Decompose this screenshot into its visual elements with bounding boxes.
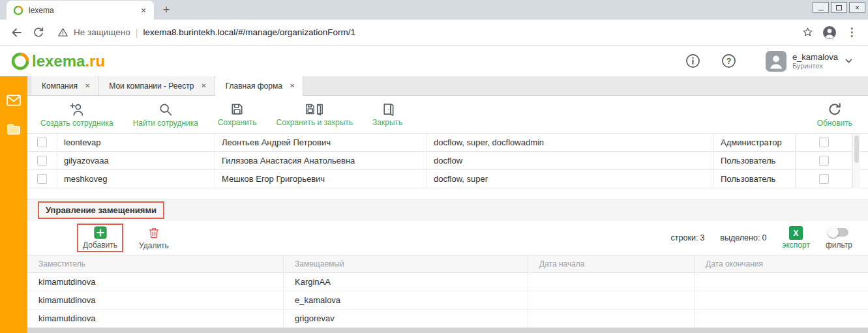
- scrollbar-thumb[interactable]: [854, 136, 859, 163]
- trash-icon: [147, 226, 160, 240]
- lexema-logo-icon: [10, 51, 30, 71]
- window-controls: ✕: [813, 2, 865, 13]
- substitution-row[interactable]: kimamutdinova grigorevav: [27, 310, 868, 328]
- user-org: Буринтех: [792, 62, 838, 70]
- row-checkbox[interactable]: [37, 174, 47, 184]
- row-flag-checkbox[interactable]: [819, 156, 829, 166]
- search-icon: [158, 102, 173, 117]
- form-toolbar: Создать сотрудника Найти сотрудника: [27, 96, 868, 133]
- substitutions-table: Заместитель Замещаемый Дата начала Дата …: [27, 255, 868, 328]
- folder-icon[interactable]: [7, 123, 21, 136]
- window-close-button[interactable]: ✕: [849, 2, 865, 13]
- main-content: Компания ✕ Мои компании - Реестр ✕ Главн…: [27, 76, 868, 333]
- browser-menu-icon[interactable]: ⋮: [842, 23, 861, 42]
- refresh-icon: [827, 102, 843, 117]
- security-label: Не защищено: [74, 27, 130, 37]
- maximize-button[interactable]: [831, 2, 847, 13]
- not-secure-warning-icon: [57, 27, 68, 38]
- lexema-logo[interactable]: lexema.ru: [10, 51, 105, 71]
- employee-row[interactable]: gilyazovaaa Гилязова Анастасия Анатольев…: [27, 152, 868, 170]
- create-employee-button[interactable]: Создать сотрудника: [40, 102, 113, 128]
- browser-tab-bar: lexema ✕ + ✕: [0, 0, 868, 20]
- document-tab-strip: Компания ✕ Мои компании - Реестр ✕ Главн…: [27, 76, 868, 96]
- cell-fullname: Леонтьев Андрей Петрович: [215, 134, 427, 151]
- row-checkbox[interactable]: [37, 156, 47, 166]
- user-menu[interactable]: e_kamalova Буринтех: [766, 51, 854, 72]
- save-and-close-button[interactable]: Сохранить и закрыть: [277, 102, 353, 127]
- export-button[interactable]: X экспорт: [782, 226, 810, 250]
- employees-table: leontevap Леонтьев Андрей Петрович docfl…: [27, 133, 868, 188]
- chevron-down-icon: [844, 56, 854, 66]
- cell-date-end: [695, 310, 868, 327]
- cell-substitute: kimamutdinova: [27, 310, 284, 327]
- filter-toggle[interactable]: фильтр: [826, 226, 852, 250]
- row-flag-checkbox[interactable]: [819, 174, 829, 184]
- back-button[interactable]: [7, 23, 26, 42]
- refresh-button[interactable]: Обновить: [817, 102, 852, 128]
- app-header: lexema.ru ?: [0, 46, 868, 76]
- substitutions-toolbar: Добавить Удалить строки:3 выделено:0: [27, 221, 868, 255]
- vertical-scrollbar[interactable]: [852, 134, 860, 188]
- logo-text: lexema.ru: [32, 52, 105, 70]
- cell-substituted: KarginAA: [284, 273, 528, 291]
- tab-close-icon[interactable]: ✕: [201, 82, 206, 89]
- tab-close-icon[interactable]: ✕: [290, 82, 295, 89]
- employee-row[interactable]: leontevap Леонтьев Андрей Петрович docfl…: [27, 134, 868, 152]
- save-button[interactable]: Сохранить: [218, 102, 257, 127]
- new-tab-button[interactable]: +: [158, 1, 175, 18]
- user-avatar: [766, 51, 786, 72]
- cell-fullname: Гилязова Анастасия Анатольевна: [215, 152, 427, 169]
- column-header-substituted[interactable]: Замещаемый: [284, 255, 528, 272]
- screen: lexema ✕ + ✕ Не защищено | le: [0, 0, 868, 333]
- cell-substitute: kimamutdinova: [27, 291, 284, 309]
- cell-login: meshkoveg: [57, 170, 215, 188]
- close-form-button[interactable]: Закрыть: [372, 102, 402, 127]
- rows-count: строки:3: [671, 233, 705, 242]
- cell-substituted: grigorevav: [284, 310, 528, 327]
- column-header-substitute[interactable]: Заместитель: [27, 255, 284, 272]
- bookmark-star-icon[interactable]: [798, 23, 817, 42]
- toggle-switch-off[interactable]: [829, 228, 848, 237]
- table-header-row: Заместитель Замещаемый Дата начала Дата …: [27, 255, 868, 273]
- info-icon[interactable]: [685, 53, 701, 69]
- cell-fullname: Мешков Егор Григорьевич: [215, 170, 427, 188]
- find-employee-button[interactable]: Найти сотрудника: [133, 102, 198, 128]
- tab-close-icon[interactable]: ✕: [138, 5, 149, 16]
- door-close-icon: [380, 102, 395, 117]
- browser-tab-title: lexema: [29, 6, 138, 15]
- tab-close-icon[interactable]: ✕: [85, 82, 90, 89]
- horizontal-scrollbar[interactable]: [27, 328, 868, 333]
- url-separator: |: [136, 27, 138, 38]
- svg-text:X: X: [794, 229, 800, 238]
- add-button[interactable]: Добавить: [77, 224, 123, 252]
- cell-roles: docflow, super, docflowadmin: [427, 134, 714, 151]
- user-name: e_kamalova: [792, 52, 838, 62]
- add-person-icon: [69, 102, 85, 117]
- substitution-row[interactable]: kimamutdinova KarginAA: [27, 273, 868, 291]
- address-bar[interactable]: Не защищено | lexema8.burintekh.local/#/…: [51, 27, 795, 38]
- cell-date-start: [528, 291, 695, 309]
- url-text: lexema8.burintekh.local/#/manage/organiz…: [143, 27, 355, 37]
- mail-icon[interactable]: [7, 94, 21, 106]
- substitution-row[interactable]: kimamutdinova e_kamalova: [27, 291, 868, 310]
- tab-my-companies-registry[interactable]: Мои компании - Реестр ✕: [98, 76, 215, 95]
- column-header-date-end[interactable]: Дата окончания: [695, 255, 868, 272]
- tab-company[interactable]: Компания ✕: [31, 76, 98, 95]
- tab-main-form[interactable]: Главная форма ✕: [215, 76, 304, 96]
- save-and-close-icon: [305, 102, 324, 117]
- toggle-knob: [828, 227, 839, 238]
- minimize-button[interactable]: [813, 2, 829, 13]
- help-icon[interactable]: ?: [721, 53, 737, 69]
- selected-count: выделено:0: [720, 233, 766, 242]
- cell-date-end: [695, 291, 868, 309]
- browser-tab[interactable]: lexema ✕: [7, 1, 154, 20]
- reload-button[interactable]: [29, 23, 48, 42]
- delete-button[interactable]: Удалить: [139, 226, 169, 250]
- browser-profile-avatar[interactable]: [820, 23, 839, 42]
- row-flag-checkbox[interactable]: [819, 138, 829, 147]
- row-checkbox[interactable]: [37, 138, 47, 147]
- column-header-date-start[interactable]: Дата начала: [528, 255, 695, 272]
- employee-row[interactable]: meshkoveg Мешков Егор Григорьевич docflo…: [27, 170, 868, 188]
- cell-login: leontevap: [57, 134, 215, 151]
- cell-substitute: kimamutdinova: [27, 273, 284, 291]
